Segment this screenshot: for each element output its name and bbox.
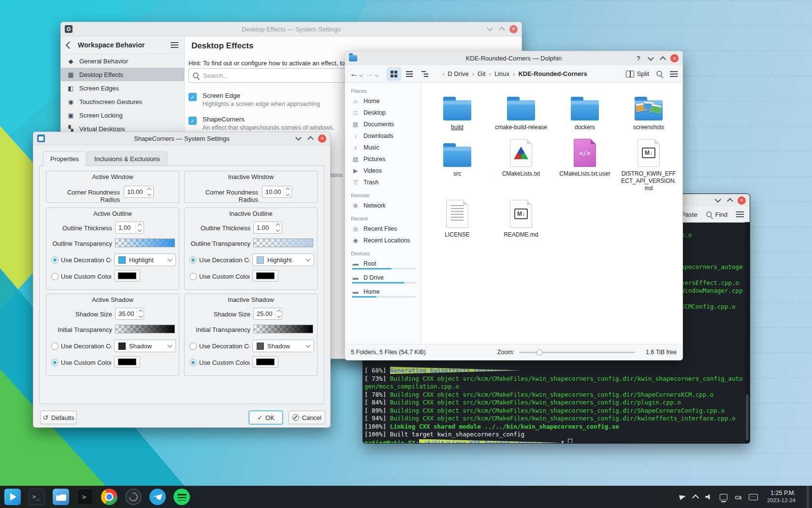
defaults-button[interactable]: ↺ Defaults	[40, 411, 77, 424]
hamburger-menu-icon[interactable]	[736, 214, 744, 215]
place-recent-locations[interactable]: ◉Recent Locations	[345, 235, 421, 246]
file-item-dockers[interactable]: dockers	[553, 90, 617, 131]
spin-up-icon[interactable]	[138, 224, 142, 227]
split-button[interactable]: Split	[626, 70, 649, 77]
decoration-color-select[interactable]: Shadow	[114, 340, 176, 352]
minimize-button[interactable]	[294, 134, 303, 143]
close-button[interactable]: ×	[509, 25, 518, 33]
chrome-icon[interactable]	[100, 487, 119, 507]
close-button[interactable]: ×	[670, 54, 679, 62]
dolphin-taskbar-icon[interactable]	[51, 487, 71, 507]
outline-transparency-bar[interactable]	[115, 239, 175, 247]
place-videos[interactable]: ▶Videos	[345, 165, 421, 177]
custom-color-button[interactable]	[252, 270, 278, 282]
use-decoration-color-radio[interactable]	[51, 256, 58, 264]
place-downloads[interactable]: ↓Downloads	[345, 130, 421, 142]
sidebar-item-general-behavior[interactable]: ◆General Behavior	[61, 54, 184, 68]
place-pictures[interactable]: ▧Pictures	[345, 153, 421, 165]
tab-properties[interactable]: Properties	[43, 151, 86, 166]
minimize-button[interactable]	[713, 196, 722, 205]
custom-color-button[interactable]	[114, 270, 140, 282]
maximize-button[interactable]	[497, 25, 506, 33]
search-icon[interactable]	[656, 71, 663, 77]
spin-down-icon[interactable]	[276, 228, 280, 232]
spin-down-icon[interactable]	[138, 228, 142, 232]
minimize-button[interactable]	[646, 54, 655, 63]
keyboard-layout-indicator[interactable]: ca	[735, 493, 741, 501]
app-launcher-icon[interactable]	[3, 487, 22, 507]
spotify-icon[interactable]	[172, 487, 191, 507]
telegram-icon[interactable]	[148, 487, 167, 507]
effect-checkbox[interactable]: ✓	[188, 93, 197, 101]
file-item-screenshots[interactable]: screenshots	[617, 90, 681, 131]
icons-view-button[interactable]	[387, 67, 401, 81]
outline-thickness-spinbox[interactable]: 1.00	[115, 222, 144, 234]
outline-thickness-spinbox[interactable]: 1.00	[253, 222, 282, 234]
file-item-CMakeLists.txt.user[interactable]: </>CMakeLists.txt.user	[553, 136, 617, 192]
help-button[interactable]: ?	[634, 54, 643, 63]
file-item-README.md[interactable]: M↓README.md	[489, 197, 553, 239]
file-item-cmake-build-release[interactable]: cmake-build-release	[489, 90, 553, 131]
file-item-build[interactable]: build	[425, 90, 489, 131]
use-custom-color-radio[interactable]	[51, 359, 58, 366]
decoration-color-select[interactable]: Shadow	[252, 340, 314, 352]
maximize-button[interactable]	[658, 54, 667, 63]
spin-down-icon[interactable]	[147, 192, 151, 196]
breadcrumb-current[interactable]: KDE-Rounded-Corners	[518, 70, 587, 77]
back-dropdown-icon[interactable]	[360, 74, 363, 77]
ok-button[interactable]: ✓ OK	[249, 411, 283, 424]
place-music[interactable]: ♪Music	[345, 142, 421, 153]
breadcrumb-git[interactable]: Git	[478, 70, 486, 77]
back-icon[interactable]	[66, 41, 73, 49]
maximize-button[interactable]	[306, 134, 315, 143]
find-button[interactable]: Find	[706, 211, 727, 218]
use-custom-color-radio[interactable]	[189, 273, 197, 280]
activities-icon[interactable]	[124, 487, 143, 507]
file-item-LICENSE[interactable]: LICENSE	[425, 197, 489, 239]
spin-up-icon[interactable]	[276, 224, 280, 227]
spin-down-icon[interactable]	[276, 314, 280, 318]
file-item-CMakeLists.txt[interactable]: CMakeLists.txt	[489, 136, 553, 192]
custom-color-button[interactable]	[252, 356, 278, 368]
close-button[interactable]: ×	[318, 134, 326, 143]
shapecorners-titlebar[interactable]: ShapeCorners — System Settings ×	[33, 132, 330, 145]
spin-up-icon[interactable]	[147, 188, 151, 192]
breadcrumb-linux[interactable]: Linux	[494, 70, 509, 77]
terminal-taskbar-icon[interactable]	[75, 487, 95, 507]
folder-view[interactable]: buildcmake-build-releasedockersscreensho…	[421, 83, 682, 344]
corner-radius-spinbox[interactable]: 10.00	[124, 186, 154, 198]
zoom-slider[interactable]	[519, 352, 635, 353]
outline-transparency-bar[interactable]	[253, 239, 313, 247]
effect-checkbox[interactable]: ✓	[188, 117, 197, 125]
shadow-size-spinbox[interactable]: 35.00	[115, 308, 144, 320]
zoom-slider-handle[interactable]	[536, 349, 543, 356]
tab-inclusions-exclusions[interactable]: Inclusions & Exclusions	[87, 151, 167, 166]
scrollbar-thumb[interactable]	[746, 394, 749, 440]
place-documents[interactable]: ▤Documents	[345, 119, 421, 130]
close-button[interactable]: ×	[738, 196, 746, 205]
network-icon[interactable]	[720, 494, 727, 500]
forward-button[interactable]: →	[365, 69, 374, 79]
use-custom-color-radio[interactable]	[189, 359, 197, 366]
cancel-button[interactable]: Cancel	[289, 411, 325, 424]
breadcrumb-d-drive[interactable]: D Drive	[448, 70, 468, 77]
yakuake-icon[interactable]	[27, 487, 46, 507]
maximize-button[interactable]	[725, 196, 734, 205]
forward-dropdown-icon[interactable]	[375, 74, 378, 77]
decoration-color-select[interactable]: Highlight	[114, 254, 176, 266]
custom-color-button[interactable]	[114, 356, 140, 368]
spin-up-icon[interactable]	[286, 188, 290, 192]
place-desktop[interactable]: □Desktop	[345, 107, 421, 119]
spin-down-icon[interactable]	[286, 192, 290, 196]
place-trash[interactable]: ▽Trash	[345, 177, 421, 188]
file-item-DISTRO_KWIN_EFFECT_API_VERSION.md[interactable]: M↓DISTRO_KWIN_EFFECT_API_VERSION.md	[617, 136, 681, 192]
shadow-transparency-bar[interactable]	[253, 325, 313, 333]
spin-down-icon[interactable]	[138, 314, 142, 318]
use-decoration-color-radio[interactable]	[189, 343, 197, 350]
place-recent-files[interactable]: ◎Recent Files	[345, 223, 421, 235]
place-network[interactable]: ⊕Network	[345, 200, 421, 211]
shadow-transparency-bar[interactable]	[115, 325, 175, 333]
file-item-src[interactable]: src	[425, 136, 489, 192]
corner-radius-spinbox[interactable]: 10.00	[262, 186, 292, 198]
place-home[interactable]: ⌂Home	[345, 95, 421, 107]
